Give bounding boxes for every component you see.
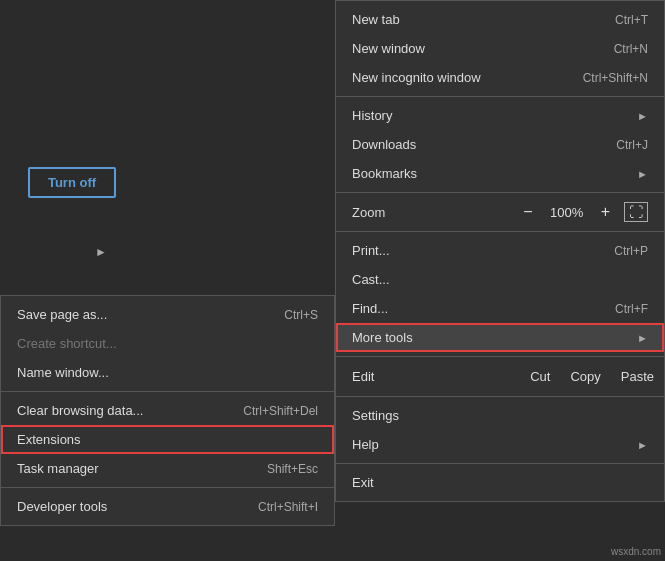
chevron-right-icon: ► — [637, 168, 648, 180]
zoom-plus-button[interactable]: + — [595, 201, 616, 223]
edit-label: Edit — [336, 365, 520, 388]
left-context-menu: Save page as... Ctrl+S Create shortcut..… — [0, 295, 335, 526]
zoom-minus-button[interactable]: − — [517, 201, 538, 223]
menu-item-history-label: History — [352, 108, 392, 123]
menu-item-save-page[interactable]: Save page as... Ctrl+S — [1, 300, 334, 329]
menu-item-downloads[interactable]: Downloads Ctrl+J — [336, 130, 664, 159]
edit-row: Edit Cut Copy Paste — [336, 361, 664, 392]
menu-item-bookmarks[interactable]: Bookmarks ► — [336, 159, 664, 188]
separator — [336, 463, 664, 464]
menu-item-more-tools[interactable]: More tools ► — [336, 323, 664, 352]
menu-item-developer-tools-label: Developer tools — [17, 499, 107, 514]
menu-item-help-label: Help — [352, 437, 379, 452]
menu-item-new-tab-label: New tab — [352, 12, 400, 27]
zoom-row: Zoom − 100% + ⛶ — [336, 197, 664, 227]
menu-item-find[interactable]: Find... Ctrl+F — [336, 294, 664, 323]
menu-item-clear-browsing[interactable]: Clear browsing data... Ctrl+Shift+Del — [1, 396, 334, 425]
menu-item-extensions[interactable]: Extensions — [1, 425, 334, 454]
separator — [336, 231, 664, 232]
left-panel: Turn off ► Save page as... Ctrl+S Create… — [0, 0, 335, 561]
turn-off-button[interactable]: Turn off — [28, 167, 116, 198]
separator — [1, 487, 334, 488]
copy-button[interactable]: Copy — [560, 365, 610, 388]
menu-item-settings[interactable]: Settings — [336, 401, 664, 430]
menu-item-extensions-label: Extensions — [17, 432, 81, 447]
menu-item-help[interactable]: Help ► — [336, 430, 664, 459]
menu-item-find-shortcut: Ctrl+F — [615, 302, 648, 316]
submenu-arrow: ► — [95, 245, 107, 259]
menu-item-print-shortcut: Ctrl+P — [614, 244, 648, 258]
menu-item-developer-tools[interactable]: Developer tools Ctrl+Shift+I — [1, 492, 334, 521]
menu-item-clear-browsing-label: Clear browsing data... — [17, 403, 143, 418]
paste-button[interactable]: Paste — [611, 365, 664, 388]
chevron-right-icon: ► — [637, 332, 648, 344]
menu-item-exit-label: Exit — [352, 475, 374, 490]
menu-item-save-page-shortcut: Ctrl+S — [284, 308, 318, 322]
menu-item-new-incognito-label: New incognito window — [352, 70, 481, 85]
menu-item-task-manager-label: Task manager — [17, 461, 99, 476]
menu-item-clear-browsing-shortcut: Ctrl+Shift+Del — [243, 404, 318, 418]
menu-item-name-window-label: Name window... — [17, 365, 109, 380]
menu-item-new-incognito[interactable]: New incognito window Ctrl+Shift+N — [336, 63, 664, 92]
menu-item-cast-label: Cast... — [352, 272, 390, 287]
menu-item-name-window[interactable]: Name window... — [1, 358, 334, 387]
menu-item-developer-tools-shortcut: Ctrl+Shift+I — [258, 500, 318, 514]
menu-item-new-window-shortcut: Ctrl+N — [614, 42, 648, 56]
right-context-menu: New tab Ctrl+T New window Ctrl+N New inc… — [335, 0, 665, 502]
turn-off-area: Turn off — [7, 155, 137, 210]
menu-item-settings-label: Settings — [352, 408, 399, 423]
watermark: wsxdn.com — [611, 546, 661, 557]
menu-item-new-tab-shortcut: Ctrl+T — [615, 13, 648, 27]
menu-item-more-tools-label: More tools — [352, 330, 413, 345]
menu-item-print-label: Print... — [352, 243, 390, 258]
menu-item-history[interactable]: History ► — [336, 101, 664, 130]
menu-item-create-shortcut-label: Create shortcut... — [17, 336, 117, 351]
menu-item-new-tab[interactable]: New tab Ctrl+T — [336, 5, 664, 34]
separator — [336, 396, 664, 397]
menu-item-downloads-shortcut: Ctrl+J — [616, 138, 648, 152]
menu-item-cast[interactable]: Cast... — [336, 265, 664, 294]
chevron-right-icon: ► — [637, 110, 648, 122]
menu-item-print[interactable]: Print... Ctrl+P — [336, 236, 664, 265]
zoom-label: Zoom — [352, 205, 509, 220]
menu-item-bookmarks-label: Bookmarks — [352, 166, 417, 181]
menu-item-new-window[interactable]: New window Ctrl+N — [336, 34, 664, 63]
menu-item-create-shortcut: Create shortcut... — [1, 329, 334, 358]
menu-item-task-manager-shortcut: Shift+Esc — [267, 462, 318, 476]
menu-item-find-label: Find... — [352, 301, 388, 316]
separator — [1, 391, 334, 392]
chevron-right-icon: ► — [637, 439, 648, 451]
separator — [336, 96, 664, 97]
menu-item-save-page-label: Save page as... — [17, 307, 107, 322]
menu-item-downloads-label: Downloads — [352, 137, 416, 152]
menu-item-exit[interactable]: Exit — [336, 468, 664, 497]
menu-item-new-window-label: New window — [352, 41, 425, 56]
separator — [336, 356, 664, 357]
menu-item-new-incognito-shortcut: Ctrl+Shift+N — [583, 71, 648, 85]
separator — [336, 192, 664, 193]
menu-item-task-manager[interactable]: Task manager Shift+Esc — [1, 454, 334, 483]
fullscreen-button[interactable]: ⛶ — [624, 202, 648, 222]
cut-button[interactable]: Cut — [520, 365, 560, 388]
zoom-value: 100% — [547, 205, 587, 220]
